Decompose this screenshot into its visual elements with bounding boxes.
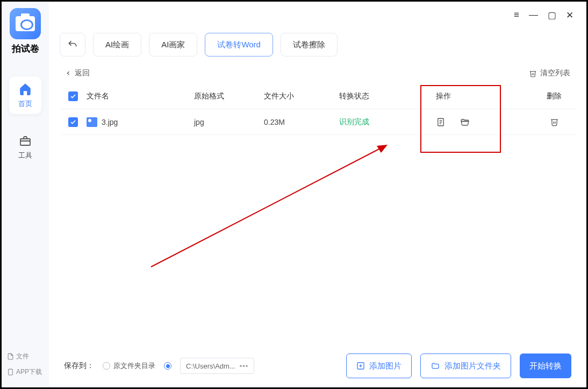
image-file-icon bbox=[87, 117, 97, 127]
toolbox-icon bbox=[19, 135, 32, 147]
sidebar-link-app-download[interactable]: APP下载 bbox=[7, 367, 49, 377]
file-size: 0.23M bbox=[264, 118, 339, 126]
trash-icon bbox=[529, 69, 537, 77]
list-toolbar: 返回 清空列表 bbox=[49, 56, 586, 83]
col-header-name: 文件名 bbox=[87, 91, 194, 101]
main-content: AI绘画 AI画家 试卷转Word 试卷擦除 返回 清空列表 文件名 原始格式 … bbox=[49, 2, 586, 387]
sidebar-item-label: 首页 bbox=[18, 99, 32, 109]
open-folder-icon[interactable] bbox=[460, 117, 470, 127]
home-icon bbox=[18, 82, 32, 96]
sidebar-item-label: 工具 bbox=[18, 151, 32, 160]
sidebar-item-tools[interactable]: 工具 bbox=[9, 129, 41, 166]
col-header-delete: 删除 bbox=[533, 91, 576, 101]
window-controls: ≡ — ▢ ✕ bbox=[514, 2, 586, 29]
start-convert-button[interactable]: 开始转换 bbox=[520, 353, 571, 378]
sidebar-bottom: 文件 APP下载 bbox=[2, 352, 49, 387]
browse-icon[interactable]: ••• bbox=[240, 362, 249, 370]
toolbar: AI绘画 AI画家 试卷转Word 试卷擦除 bbox=[49, 2, 586, 56]
table-header: 文件名 原始格式 文件大小 转换状态 操作 删除 bbox=[60, 83, 576, 109]
tab-paper-erase[interactable]: 试卷擦除 bbox=[281, 33, 338, 56]
save-path-box[interactable]: C:\Users\Adm... ••• bbox=[180, 358, 254, 374]
select-all-checkbox[interactable] bbox=[68, 91, 78, 101]
file-icon bbox=[7, 353, 14, 360]
col-header-size: 文件大小 bbox=[264, 91, 339, 101]
convert-status: 识别完成 bbox=[339, 117, 436, 127]
maximize-button[interactable]: ▢ bbox=[548, 10, 556, 21]
minimize-button[interactable]: — bbox=[529, 10, 538, 20]
radio-original-folder[interactable]: 原文件夹目录 bbox=[103, 361, 155, 371]
sidebar-item-home[interactable]: 首页 bbox=[9, 76, 41, 114]
undo-icon bbox=[67, 39, 78, 50]
svg-rect-3 bbox=[9, 369, 13, 375]
col-header-status: 转换状态 bbox=[339, 91, 436, 101]
sidebar-link-files[interactable]: 文件 bbox=[7, 352, 49, 361]
delete-row-icon[interactable] bbox=[550, 117, 559, 126]
svg-rect-2 bbox=[20, 139, 30, 145]
sidebar: 拍试卷 首页 工具 文件 APP下载 bbox=[2, 2, 49, 387]
file-format: jpg bbox=[194, 118, 264, 126]
tab-ai-painter[interactable]: AI画家 bbox=[149, 33, 197, 56]
app-name: 拍试卷 bbox=[12, 43, 39, 55]
clear-list-button[interactable]: 清空列表 bbox=[529, 68, 570, 78]
plus-icon bbox=[356, 362, 365, 370]
file-name: 3.jpg bbox=[102, 118, 118, 126]
tab-paper-to-word[interactable]: 试卷转Word bbox=[205, 33, 273, 56]
row-checkbox[interactable] bbox=[68, 117, 78, 127]
close-button[interactable]: ✕ bbox=[566, 10, 573, 21]
undo-button[interactable] bbox=[60, 33, 85, 56]
table-row: 3.jpg jpg 0.23M 识别完成 bbox=[60, 109, 576, 135]
preview-document-icon[interactable] bbox=[436, 117, 446, 127]
download-icon bbox=[7, 369, 14, 376]
back-button[interactable]: 返回 bbox=[65, 68, 90, 78]
add-image-button[interactable]: 添加图片 bbox=[346, 353, 412, 378]
app-logo bbox=[10, 8, 41, 39]
add-image-folder-button[interactable]: 添加图片文件夹 bbox=[420, 353, 511, 378]
radio-custom-folder[interactable] bbox=[164, 362, 171, 370]
menu-icon[interactable]: ≡ bbox=[514, 10, 519, 20]
col-header-format: 原始格式 bbox=[194, 91, 264, 101]
col-header-operation: 操作 bbox=[436, 91, 533, 101]
chevron-left-icon bbox=[65, 70, 71, 76]
file-table: 文件名 原始格式 文件大小 转换状态 操作 删除 3.jpg jpg 0.23M… bbox=[49, 83, 586, 135]
save-to-label: 保存到： bbox=[64, 361, 94, 371]
footer: 保存到： 原文件夹目录 C:\Users\Adm... ••• 添加图片 添加图… bbox=[49, 344, 586, 387]
tab-ai-draw[interactable]: AI绘画 bbox=[93, 33, 141, 56]
save-path-text: C:\Users\Adm... bbox=[186, 362, 235, 370]
folder-icon bbox=[431, 362, 440, 370]
